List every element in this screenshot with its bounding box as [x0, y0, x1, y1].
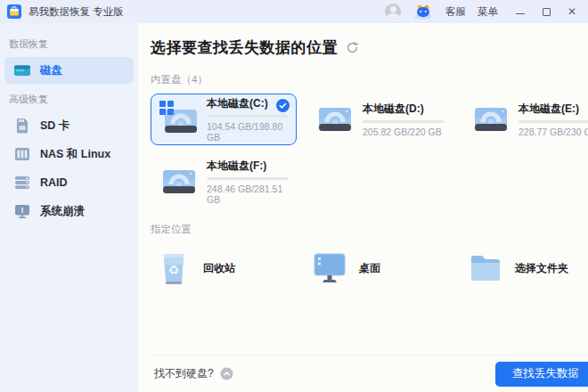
sidebar-item-list: 磁盘 [0, 57, 138, 84]
location-item-desktop[interactable]: 桌面 [306, 247, 453, 290]
sidebar-item-raid[interactable]: RAID [4, 169, 134, 196]
page-title: 选择要查找丢失数据的位置 [151, 37, 338, 58]
recycle-bin-icon: ♻ [156, 249, 192, 287]
sidebar-section: 数据恢复 磁盘 [0, 30, 138, 84]
location-grid: ♻ 回收站 桌面 选择文件夹 [151, 247, 588, 290]
nas-icon [13, 145, 31, 163]
folder-icon [468, 249, 503, 287]
maximize-button[interactable] [541, 6, 551, 17]
disk-capacity: 228.77 GB/230 GB [519, 127, 588, 137]
drive-icon [470, 100, 511, 139]
disk-icon [13, 61, 31, 79]
sidebar-item-system-crash[interactable]: ! 系统崩溃 [4, 198, 134, 225]
location-item-choose-folder[interactable]: 选择文件夹 [462, 247, 588, 290]
disk-capacity: 104.54 GB/198.80 GB [207, 121, 289, 143]
disk-usage-bar [207, 177, 289, 180]
mascot-icon[interactable] [412, 4, 434, 20]
sidebar-section: 高级恢复 SD 卡 NAS 和 Linux RAID ! 系统崩溃 [0, 86, 138, 225]
app-title: 易我数据恢复 专业版 [29, 5, 124, 19]
drive-icon [159, 162, 200, 201]
close-button[interactable]: ✕ [567, 6, 577, 17]
location-label: 回收站 [203, 261, 235, 276]
disk-grid: 本地磁盘(C:) 104.54 GB/198.80 GB 本地磁盘(D:) 20… [151, 94, 588, 208]
sidebar-item-disk[interactable]: 磁盘 [4, 57, 134, 84]
disk-usage-bar [207, 115, 289, 118]
check-badge-icon [276, 99, 290, 112]
disk-card-c[interactable]: 本地磁盘(C:) 104.54 GB/198.80 GB [151, 94, 297, 145]
sidebar-item-label: 磁盘 [40, 63, 62, 78]
footer-bar: 找不到硬盘? 查找丢失数据 › [151, 355, 588, 392]
app-logo-icon [7, 4, 21, 19]
cant-find-disk-link[interactable]: 找不到硬盘? [154, 366, 233, 381]
sidebar-section-label: 高级恢复 [0, 86, 138, 112]
crash-icon: ! [13, 202, 31, 220]
scan-button[interactable]: 查找丢失数据 › [495, 362, 588, 387]
close-icon: ✕ [568, 6, 576, 17]
sidebar: 数据恢复 磁盘 高级恢复 SD 卡 NAS 和 Linux RAID ! 系统崩… [0, 23, 138, 392]
locations-label: 指定位置 [151, 223, 588, 236]
disk-capacity: 248.46 GB/281.51 GB [207, 184, 289, 205]
disk-card-f[interactable]: 本地磁盘(F:) 248.46 GB/281.51 GB [151, 156, 297, 208]
disk-card-d[interactable]: 本地磁盘(D:) 205.82 GB/220 GB [306, 94, 453, 145]
titlebar: 易我数据恢复 专业版 客服 菜单 ✕ [0, 0, 588, 23]
disk-card-e[interactable]: 本地磁盘(E:) 228.77 GB/230 GB [462, 94, 588, 145]
scan-button-label: 查找丢失数据 [512, 366, 579, 381]
sd-card-icon [13, 117, 31, 135]
internal-disks-label: 内置盘（4） [151, 73, 588, 86]
disk-name: 本地磁盘(F:) [207, 159, 289, 174]
location-label: 桌面 [359, 261, 380, 276]
disk-info: 本地磁盘(F:) 248.46 GB/281.51 GB [207, 159, 289, 205]
raid-icon [13, 174, 31, 192]
sidebar-section-label: 数据恢复 [0, 30, 138, 57]
disk-name: 本地磁盘(E:) [519, 102, 588, 117]
sidebar-item-label: RAID [40, 176, 68, 189]
desktop-icon [312, 249, 347, 287]
svg-text:♻: ♻ [168, 263, 180, 277]
maximize-icon [543, 8, 551, 16]
disk-info: 本地磁盘(D:) 205.82 GB/220 GB [363, 102, 445, 137]
support-link[interactable]: 客服 [445, 5, 466, 19]
disk-usage-bar [363, 120, 445, 123]
location-label: 选择文件夹 [515, 261, 568, 276]
user-avatar[interactable] [385, 4, 401, 20]
cant-find-disk-label: 找不到硬盘? [154, 366, 214, 381]
disk-capacity: 205.82 GB/220 GB [363, 127, 445, 137]
location-item-recycle-bin[interactable]: ♻ 回收站 [151, 247, 297, 290]
svg-text:!: ! [21, 206, 24, 215]
sidebar-item-list: SD 卡 NAS 和 Linux RAID ! 系统崩溃 [0, 112, 138, 225]
main-panel: 选择要查找丢失数据的位置 内置盘（4） 本地磁盘(C:) 104.54 GB/1… [138, 23, 588, 392]
chevron-up-circle-icon [220, 367, 233, 380]
disk-name: 本地磁盘(D:) [363, 102, 445, 117]
drive-icon [314, 100, 355, 139]
sidebar-item-sd-card[interactable]: SD 卡 [4, 112, 134, 139]
minimize-button[interactable] [515, 6, 526, 17]
sidebar-item-label: NAS 和 Linux [40, 147, 110, 162]
sidebar-item-label: SD 卡 [40, 118, 69, 134]
menu-link[interactable]: 菜单 [478, 5, 498, 19]
disk-info: 本地磁盘(E:) 228.77 GB/230 GB [519, 102, 588, 137]
minimize-icon [516, 13, 525, 14]
disk-usage-bar [519, 120, 588, 123]
sidebar-item-nas-linux[interactable]: NAS 和 Linux [4, 141, 134, 167]
refresh-icon[interactable] [346, 41, 359, 54]
sidebar-item-label: 系统崩溃 [40, 204, 85, 219]
drive-windows-icon [159, 100, 200, 139]
